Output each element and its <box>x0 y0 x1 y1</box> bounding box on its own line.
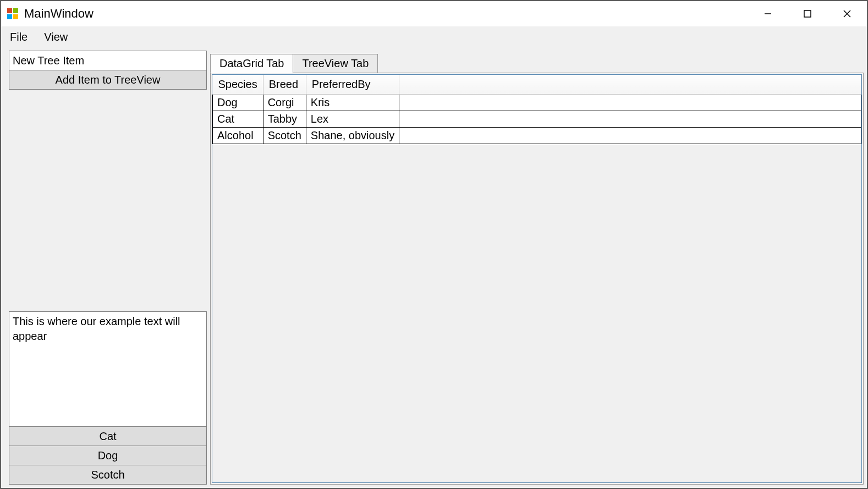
tab-datagrid[interactable]: DataGrid Tab <box>210 54 293 73</box>
cell-preferred[interactable]: Shane, obviously <box>306 128 399 144</box>
window-controls <box>748 1 867 26</box>
titlebar: MainWindow <box>1 1 867 26</box>
cell-filler <box>399 111 861 128</box>
menu-file[interactable]: File <box>8 30 30 45</box>
cell-species[interactable]: Dog <box>213 95 263 111</box>
main-window: MainWindow File View Add Item to <box>0 0 868 489</box>
svg-rect-1 <box>13 8 18 13</box>
cell-breed[interactable]: Scotch <box>263 128 306 144</box>
client-area: Add Item to TreeView This is where our e… <box>1 47 867 488</box>
svg-rect-2 <box>7 14 12 19</box>
tree-item-input[interactable] <box>9 51 207 70</box>
example-text-block: This is where our example text will appe… <box>9 311 207 427</box>
table-row[interactable]: Alcohol Scotch Shane, obviously <box>213 128 861 144</box>
table-row[interactable]: Cat Tabby Lex <box>213 111 861 128</box>
minimize-button[interactable] <box>748 1 788 26</box>
action-button-2[interactable]: Scotch <box>9 465 207 485</box>
cell-filler <box>399 128 861 144</box>
tab-treeview[interactable]: TreeView Tab <box>293 54 378 73</box>
cell-species[interactable]: Cat <box>213 111 263 128</box>
left-pane: Add Item to TreeView This is where our e… <box>1 47 209 488</box>
cell-species[interactable]: Alcohol <box>213 128 263 144</box>
tab-header: DataGrid Tab TreeView Tab <box>210 51 864 73</box>
col-header-filler <box>399 75 861 95</box>
add-item-button[interactable]: Add Item to TreeView <box>9 70 207 90</box>
col-header-preferred[interactable]: PreferredBy <box>306 75 399 95</box>
action-button-0[interactable]: Cat <box>9 426 207 446</box>
datagrid-wrapper: Species Breed PreferredBy Dog Corgi Kris <box>212 74 862 483</box>
cell-preferred[interactable]: Lex <box>306 111 399 128</box>
svg-line-7 <box>844 10 850 17</box>
close-button[interactable] <box>827 1 867 26</box>
window-title: MainWindow <box>24 7 94 21</box>
cell-breed[interactable]: Tabby <box>263 111 306 128</box>
maximize-button[interactable] <box>788 1 827 26</box>
table-row[interactable]: Dog Corgi Kris <box>213 95 861 111</box>
cell-breed[interactable]: Corgi <box>263 95 306 111</box>
app-icon <box>7 8 19 20</box>
tab-body: Species Breed PreferredBy Dog Corgi Kris <box>210 73 864 485</box>
right-pane: DataGrid Tab TreeView Tab Species Breed … <box>209 47 867 488</box>
col-header-species[interactable]: Species <box>213 75 263 95</box>
svg-rect-0 <box>7 8 12 13</box>
cell-preferred[interactable]: Kris <box>306 95 399 111</box>
menubar: File View <box>1 26 867 47</box>
datagrid[interactable]: Species Breed PreferredBy Dog Corgi Kris <box>212 75 861 144</box>
action-button-1[interactable]: Dog <box>9 446 207 465</box>
cell-filler <box>399 95 861 111</box>
menu-view[interactable]: View <box>42 30 70 45</box>
svg-line-6 <box>844 10 850 17</box>
svg-rect-5 <box>804 10 811 17</box>
svg-rect-3 <box>13 14 18 19</box>
col-header-breed[interactable]: Breed <box>263 75 306 95</box>
datagrid-header-row: Species Breed PreferredBy <box>213 75 861 95</box>
